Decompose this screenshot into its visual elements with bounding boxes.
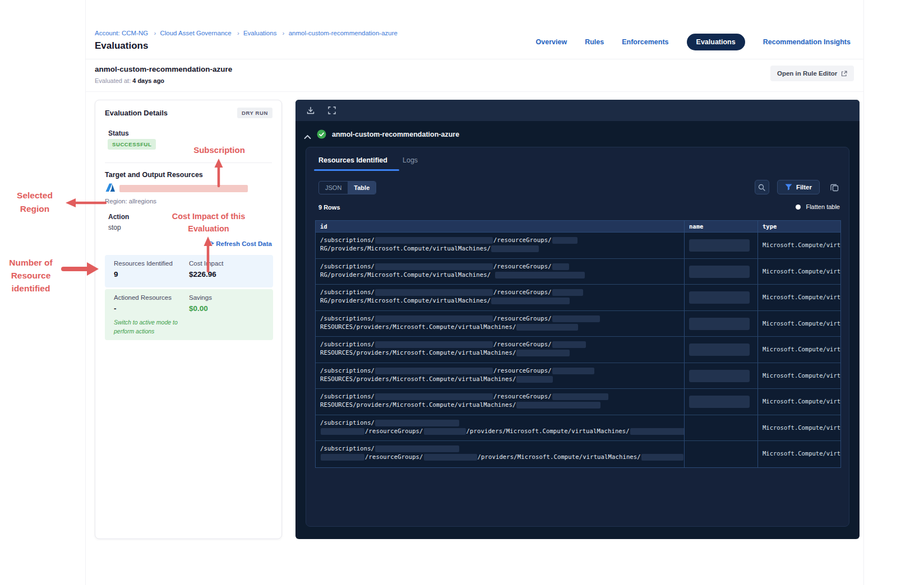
- table-row[interactable]: /subscriptions//resourceGroups/RESOURCES…: [316, 337, 840, 363]
- table-row[interactable]: /subscriptions//resourceGroups//provider…: [316, 415, 840, 442]
- tab-recommendation-insights[interactable]: Recommendation Insights: [763, 38, 851, 46]
- breadcrumb-cloud-asset-governance[interactable]: Cloud Asset Governance: [160, 30, 231, 36]
- evaluated-at-label: Evaluated at:: [95, 77, 131, 84]
- tab-enforcements[interactable]: Enforcements: [622, 38, 668, 46]
- result-detail-panel: Resources Identified Logs JSON Table Fil…: [306, 147, 849, 527]
- filter-button[interactable]: Filter: [777, 180, 820, 194]
- results-table-body: /subscriptions//resourceGroups/RG/provid…: [316, 233, 840, 467]
- dry-run-badge: DRY RUN: [237, 108, 272, 118]
- path-text: /subscriptions/: [320, 289, 375, 295]
- table-row[interactable]: /subscriptions//resourceGroups/RESOURCES…: [316, 363, 840, 389]
- rows-count: 9 Rows: [318, 204, 340, 211]
- flatten-table-label: Flatten table: [806, 203, 840, 210]
- path-text: RG/providers/Microsoft.Compute/virtualMa…: [320, 245, 491, 252]
- fullscreen-icon[interactable]: [327, 106, 336, 117]
- path-text: /resourceGroups/: [365, 453, 423, 460]
- tab-overview[interactable]: Overview: [536, 38, 567, 46]
- annotation-selected-region: SelectedRegion: [4, 189, 65, 216]
- redacted-value: [375, 263, 493, 270]
- cell-id: /subscriptions//resourceGroups/RESOURCES…: [316, 389, 685, 415]
- open-rule-editor-button[interactable]: Open in Rule Editor: [770, 66, 854, 81]
- resources-table: idnametype /subscriptions//resourceGroup…: [315, 220, 841, 468]
- flatten-table-toggle[interactable]: Flatten table: [796, 203, 840, 210]
- status-label: Status: [108, 129, 129, 137]
- identified-metrics-box: Resources Identified 9 Cost Impact $226.…: [105, 255, 273, 287]
- path-text: /resourceGroups/: [493, 393, 552, 400]
- path-text: /subscriptions/: [320, 393, 375, 400]
- cell-type: Microsoft.Compute/virtu: [758, 285, 840, 310]
- path-text: RESOURCES/providers/Microsoft.Compute/vi…: [320, 323, 516, 330]
- status-badge: SUCCESSFUL: [108, 139, 156, 150]
- view-toggle: JSON Table: [318, 181, 376, 194]
- redacted-value: [689, 343, 750, 356]
- path-text: /providers/Microsoft.Compute/virtualMach…: [478, 453, 641, 460]
- redacted-value: [516, 402, 600, 408]
- page-title: Evaluations: [95, 40, 148, 52]
- filter-icon: [785, 184, 792, 191]
- table-row[interactable]: /subscriptions//resourceGroups/RESOURCES…: [316, 389, 840, 415]
- type-value: Microsoft.Compute/virtu: [763, 320, 840, 327]
- type-value: Microsoft.Compute/virtu: [763, 424, 840, 431]
- redacted-value: [552, 289, 583, 296]
- table-row[interactable]: /subscriptions//resourceGroups/RG/provid…: [316, 233, 840, 259]
- table-row[interactable]: /subscriptions//resourceGroups/RG/provid…: [316, 285, 840, 311]
- cell-name: [685, 233, 758, 258]
- type-value: Microsoft.Compute/virtu: [763, 346, 840, 352]
- redacted-value: [516, 376, 553, 383]
- results-toolbar: [295, 100, 860, 121]
- redacted-value: [424, 428, 466, 435]
- type-value: Microsoft.Compute/virtu: [763, 372, 840, 379]
- cost-impact-value: $226.96: [189, 270, 216, 278]
- card-title: Evaluation Details: [105, 109, 168, 117]
- redacted-value: [552, 341, 586, 348]
- redacted-value: [552, 237, 578, 244]
- path-text: /resourceGroups/: [493, 263, 552, 270]
- redacted-value: [375, 393, 493, 400]
- action-label: Action: [108, 213, 129, 221]
- table-row[interactable]: /subscriptions//resourceGroups/RG/provid…: [316, 259, 840, 285]
- breadcrumb-current[interactable]: anmol-custom-recommendation-azure: [289, 30, 398, 36]
- tab-rules[interactable]: Rules: [585, 38, 604, 46]
- azure-icon: [105, 183, 116, 194]
- download-icon[interactable]: [306, 106, 315, 117]
- chevron-up-icon[interactable]: [304, 132, 311, 142]
- redacted-value: [375, 237, 493, 244]
- action-value: stop: [108, 224, 121, 231]
- tab-resources-identified[interactable]: Resources Identified: [318, 156, 387, 164]
- path-text: /subscriptions/: [320, 263, 375, 270]
- breadcrumb-evaluations[interactable]: Evaluations: [243, 30, 276, 36]
- breadcrumb-separator: ›: [283, 30, 285, 36]
- path-text: /subscriptions/: [320, 445, 375, 452]
- result-title: anmol-custom-recommendation-azure: [332, 131, 459, 138]
- region-text: Region: allregions: [105, 198, 156, 205]
- cell-type: Microsoft.Compute/virtu: [758, 311, 840, 337]
- result-header-row: anmol-custom-recommendation-azure: [295, 128, 860, 142]
- cell-type: Microsoft.Compute/virtu: [758, 389, 840, 415]
- table-row[interactable]: /subscriptions//resourceGroups/RESOURCES…: [316, 311, 840, 337]
- tab-evaluations-active[interactable]: Evaluations: [687, 34, 745, 50]
- cell-type: Microsoft.Compute/virtu: [758, 259, 840, 285]
- resources-identified-value: 9: [114, 270, 118, 278]
- search-button[interactable]: [755, 180, 769, 194]
- path-text: /resourceGroups/: [493, 367, 552, 374]
- table-row[interactable]: /subscriptions//resourceGroups//provider…: [316, 441, 840, 467]
- toggle-json[interactable]: JSON: [319, 182, 348, 194]
- copy-icon[interactable]: [828, 180, 841, 194]
- path-text: RESOURCES/providers/Microsoft.Compute/vi…: [320, 401, 516, 408]
- cell-type: Microsoft.Compute/virtu: [758, 415, 840, 441]
- cell-id: /subscriptions//resourceGroups/RESOURCES…: [316, 363, 685, 389]
- subscription-redacted-bar: [119, 185, 248, 192]
- redacted-value: [516, 324, 578, 331]
- redacted-value: [552, 263, 569, 270]
- redacted-value: [689, 318, 750, 330]
- annotation-subscription: Subscription: [179, 144, 259, 156]
- target-output-title: Target and Output Resources: [105, 171, 203, 179]
- cell-name: [685, 337, 758, 363]
- tab-logs[interactable]: Logs: [403, 156, 418, 164]
- refresh-cost-data-link[interactable]: ⟳Refresh Cost Data: [209, 240, 272, 248]
- breadcrumb-account[interactable]: Account: CCM-NG: [95, 30, 148, 36]
- results-table-header: idnametype: [316, 221, 840, 233]
- path-text: /resourceGroups/: [493, 236, 552, 243]
- active-mode-note: Switch to active mode to perform actions: [114, 318, 178, 336]
- toggle-table[interactable]: Table: [348, 182, 376, 194]
